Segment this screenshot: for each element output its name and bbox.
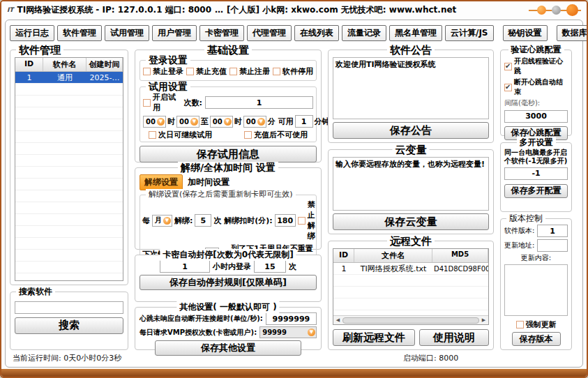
checkbox-label: 开启试用 (153, 92, 181, 113)
window-subtitle: [个人版] 小k网: xkwo.com 无忧技术吧: www.whct.net (227, 4, 456, 16)
toolbar-button-software-manage[interactable]: 软件管理 (57, 25, 102, 41)
checkbox-icon (149, 131, 156, 139)
version-input[interactable] (537, 225, 568, 237)
cloudvars-textarea[interactable]: 输入你要远程存放的变量，也称为远程变量! (333, 157, 489, 211)
save-version-button[interactable]: 保存版本 (512, 332, 561, 346)
version-label: 软件版本: (504, 226, 534, 236)
table-row-selected[interactable]: 1 通用 2025-… (15, 72, 123, 84)
scroll-left-icon[interactable]: ◀ (333, 317, 342, 323)
column-header-name[interactable]: 软件名 (43, 58, 86, 71)
heartbeat-interval-input[interactable] (504, 110, 568, 123)
multiopen-count-input[interactable] (504, 167, 568, 180)
other-settings-panel: 其他设置( 一般默认即可 ) 心跳未响应自动断开连接超时(单位/秒): 每日请求… (135, 307, 322, 350)
titlebar: IT TI网络验证授权系统 - IP: 127.0.0.1 端口: 8000 …… (1, 1, 587, 18)
tab-addtime-settings[interactable]: 加时间设置 (183, 174, 234, 190)
forbid-register-checkbox[interactable]: 禁止注册 (229, 66, 270, 77)
help-button[interactable]: 使用说明 (419, 329, 489, 346)
cell-filename: TI网络授权系统.txt (354, 264, 432, 274)
thread-verify-checkbox[interactable]: 开启线程验证心跳 (504, 56, 568, 76)
search-button[interactable]: 搜索 (15, 317, 123, 334)
cell-id: 1 (15, 73, 43, 82)
disconnect-end-checkbox[interactable]: 断开心跳自动结束 (504, 77, 568, 97)
column-header-time[interactable]: 创建时间 (86, 58, 123, 71)
content-area: 软件管理 ID 软件名 创建时间 1 通用 2025-… (8, 45, 580, 351)
toolbar-button-user-manage[interactable]: 用户管理 (152, 25, 197, 41)
toolbar-button-cloud-js[interactable]: 云计算/JS (445, 25, 494, 41)
column-header-md5[interactable]: MD5 (432, 249, 488, 262)
toolbar-button-agent-manage[interactable]: 代理管理 (247, 25, 292, 41)
save-trial-button[interactable]: 保存试用信息 (140, 146, 317, 162)
autoban-times-input[interactable] (254, 260, 286, 273)
checkbox-icon (143, 68, 151, 75)
settings-column: 基础设置 登录设置 禁止登录 禁止充值 禁止注册 软件停用 试用设置 (135, 50, 322, 350)
hour-end-select[interactable]: 00▼ (210, 116, 233, 128)
forbid-unbind-checkbox[interactable]: 禁止解绑 (298, 199, 315, 241)
force-update-checkbox[interactable]: 强制更新 (516, 319, 557, 330)
checkbox-label: 软件停用 (282, 66, 313, 77)
toolbar-button-secret-key[interactable]: 秘钥设置 (503, 25, 548, 41)
enable-trial-checkbox[interactable]: 开启试用 (143, 92, 181, 113)
software-table[interactable]: ID 软件名 创建时间 1 通用 2025-… (15, 57, 123, 281)
autoban-mid-label: 小时内登录 (213, 262, 251, 272)
nextday-trial-checkbox[interactable]: 次日可继续试用 (149, 130, 212, 140)
deduct-minutes-input[interactable] (275, 214, 296, 227)
trial-minutes-input[interactable] (295, 115, 313, 128)
select-value: 月 (155, 216, 162, 225)
toolbar-button-traffic-log[interactable]: 流量记录 (342, 25, 386, 41)
table-row[interactable]: 1 TI网络授权系统.txt D41D8CD98F00B204E980… (333, 263, 488, 275)
forbid-recharge-checkbox[interactable]: 禁止充值 (186, 66, 227, 77)
column-header-filename[interactable]: 文件名 (354, 249, 432, 262)
toolbar-button-card-manage[interactable]: 卡密管理 (199, 25, 244, 41)
checkbox-icon (298, 217, 306, 225)
toolbar-button-database-manage[interactable]: 数据库管理 (557, 25, 588, 41)
login-settings-title: 登录设置 (146, 54, 190, 67)
autoban-hours-input[interactable] (160, 260, 210, 273)
remote-files-table[interactable]: ID 文件名 MD5 1 TI网络授权系统.txt D41D8CD98F00B2… (333, 248, 489, 325)
save-announcement-button[interactable]: 保存公告 (333, 122, 489, 139)
minute-start-select[interactable]: 00▼ (176, 116, 199, 128)
checkbox-checked-icon (504, 84, 512, 91)
scroll-right-icon[interactable]: ▶ (479, 317, 488, 323)
minimize-button[interactable] (537, 6, 546, 15)
column-header-id[interactable]: ID (333, 249, 354, 262)
update-content-textarea[interactable] (504, 264, 568, 316)
trial-settings-group: 试用设置 开启试用 次数: 00▼ 时 00▼ 至 00▼ 时 (140, 86, 317, 142)
hour-start-select[interactable]: 00▼ (143, 116, 166, 128)
refresh-remote-button[interactable]: 刷新远程文件 (333, 329, 415, 346)
search-input[interactable] (15, 301, 123, 314)
cell-id: 1 (333, 264, 354, 273)
software-disable-checkbox[interactable]: 软件停用 (273, 66, 313, 77)
unbind-count-input[interactable] (195, 214, 211, 227)
checkbox-checked-icon (504, 63, 512, 70)
trial-count-input[interactable] (205, 96, 313, 109)
announcement-textarea[interactable]: 欢迎使用TI网络验证授权系统 (333, 57, 489, 119)
toolbar-button-run-log[interactable]: 运行日志 (10, 25, 54, 41)
vmp-limit-select[interactable]: 99999▼ (259, 326, 317, 338)
heartbeat-timeout-input[interactable] (266, 312, 317, 325)
forbid-login-checkbox[interactable]: 禁止登录 (143, 66, 183, 77)
period-select[interactable]: 月▼ (152, 215, 172, 227)
horizontal-scrollbar[interactable]: ◀ ▶ (333, 315, 488, 324)
save-cloudvars-button[interactable]: 保存云变量 (333, 213, 489, 230)
save-autoban-button[interactable]: 保存自动停封规则[仅限单码] (140, 275, 317, 290)
toolbar-button-online-list[interactable]: 在线列表 (294, 25, 339, 41)
basic-settings-panel: 基础设置 登录设置 禁止登录 禁止充值 禁止注册 软件停用 试用设置 (135, 50, 322, 162)
checkbox-label: 禁止登录 (153, 66, 183, 77)
toolbar-button-trial-manage[interactable]: 试用管理 (105, 25, 149, 41)
minute-end-select[interactable]: 00▼ (243, 116, 266, 128)
column-header-id[interactable]: ID (15, 58, 43, 71)
app-window: IT TI网络验证授权系统 - IP: 127.0.0.1 端口: 8000 …… (0, 0, 588, 378)
after-recharge-checkbox[interactable]: 充值后不可使用 (244, 130, 308, 140)
tab-unbind-settings[interactable]: 解绑设置 (140, 174, 183, 190)
status-port: 启动端口: 8000 (403, 353, 458, 363)
unbind-group-title: 解绑设置(保存之后需要重新制卡即可生效) (146, 189, 296, 199)
toolbar-button-blacklist-manage[interactable]: 黑名单管理 (389, 25, 442, 41)
unbind-panel-title: 解绑/全体加时间 设置 (178, 162, 278, 174)
version-panel: 版本控制 软件版本: 更新地址: 更新内容: 强制更新 (500, 218, 572, 350)
save-multiopen-button[interactable]: 保存多开配置 (504, 184, 568, 198)
scrollbar-thumb[interactable] (342, 317, 479, 324)
close-button[interactable] (566, 4, 578, 16)
maximize-button[interactable] (552, 6, 561, 15)
main-panel: 运行日志 软件管理 试用管理 用户管理 卡密管理 代理管理 在线列表 流量记录 … (5, 20, 583, 368)
update-url-input[interactable] (537, 239, 568, 252)
